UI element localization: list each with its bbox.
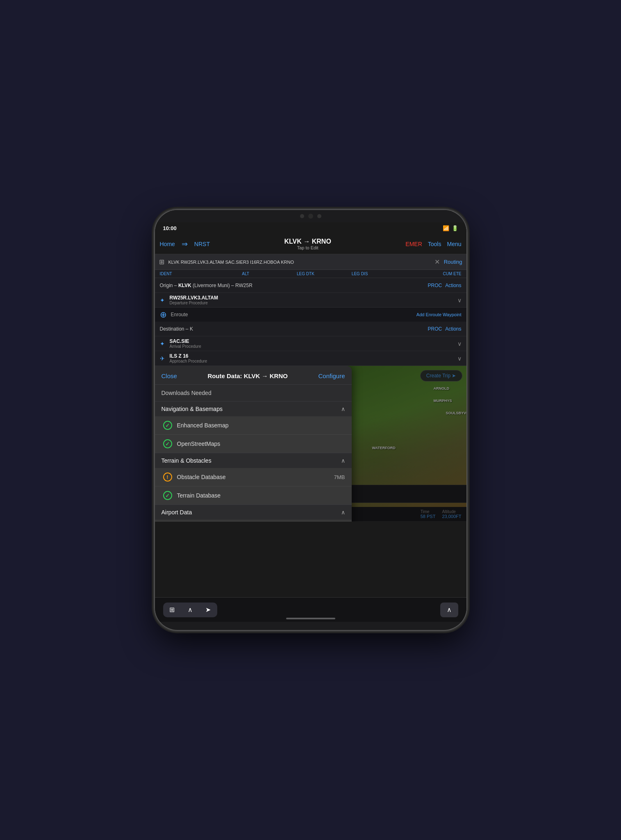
flight-path-icon: ∧ [188, 606, 193, 614]
openstreetmaps-label: OpenStreetMaps [177, 441, 345, 447]
col-cum-ete: CUM ETE [407, 272, 462, 276]
wp3-chevron-icon: ∨ [457, 355, 462, 362]
wp2-sub: Arrival Procedure [170, 344, 201, 349]
map-controls-group: ⊞ ∧ ➤ [163, 603, 217, 617]
section-terrain-obstacles: Terrain & Obstacles ∧ ! Obstacle Databas… [155, 453, 352, 505]
home-button[interactable]: Home [160, 241, 175, 247]
wp2-chevron-icon: ∨ [457, 340, 462, 347]
scroll-up-button[interactable]: ∧ [440, 603, 458, 617]
tools-button[interactable]: Tools [428, 241, 441, 247]
section-terrain-header[interactable]: Terrain & Obstacles ∧ [155, 453, 352, 468]
route-bar: ⊞ KLVK RW25R.LVK3.ALTAM SAC.SIER3 I16RZ.… [155, 254, 466, 270]
wp-row-3: ✈ ILS Z 16 Approach Procedure ∨ [155, 351, 466, 366]
section-nav-basemaps-items: ✓ Enhanced Basemap ✓ OpenStreetMaps [155, 416, 352, 453]
section-nav-basemaps-title: Navigation & Basemaps [162, 406, 223, 412]
wp3-name: ILS Z 16 [170, 353, 207, 359]
list-item: ✓ Airport Information [155, 520, 352, 522]
wp2-icon: ✦ [160, 340, 166, 347]
wp3-icon: ✈ [160, 355, 166, 362]
modal-configure-button[interactable]: Configure [318, 372, 345, 379]
layers-button[interactable]: ⊞ [163, 603, 181, 617]
modal-header: Close Route Data: KLVK → KRNO Configure [155, 366, 352, 385]
modal-close-button[interactable]: Close [162, 372, 177, 379]
check-icon: ✓ [163, 491, 172, 500]
section-airport-chevron-icon: ∧ [341, 509, 345, 516]
camera-dot-left [300, 214, 304, 218]
fp-table-header: IDENT ALT LEG DTK LEG DIS CUM ETE [155, 270, 466, 278]
location-icon: ➤ [205, 606, 211, 614]
status-time: 10:00 [163, 225, 177, 231]
enroute-section: ⊕ Enroute Add Enroute Waypoint [155, 308, 466, 322]
section-terrain-chevron-icon: ∧ [341, 457, 345, 464]
wifi-icon: 📶 [443, 225, 449, 231]
col-leg-dis: LEG DIS [352, 272, 407, 276]
dest-proc-button[interactable]: PROC [428, 326, 442, 332]
route-string: KLVK RW25R.LVK3.ALTAM SAC.SIER3 I16RZ.HO… [168, 260, 430, 265]
device-top-bar [155, 210, 466, 222]
modal-panel: Close Route Data: KLVK → KRNO Configure … [155, 366, 352, 522]
dest-actions-button[interactable]: Actions [445, 326, 461, 332]
home-indicator [286, 618, 335, 619]
clear-route-icon[interactable]: ✕ [434, 258, 440, 266]
check-icon: ✓ [163, 421, 172, 430]
layers-icon: ⊞ [169, 606, 175, 614]
section-nav-basemaps-header[interactable]: Navigation & Basemaps ∧ [155, 402, 352, 416]
dest-text: Destination – K [160, 326, 428, 332]
route-icon: ⇒ [182, 240, 188, 249]
wp-row-2: ✦ SAC.SIE Arrival Procedure ∨ [155, 336, 466, 351]
origin-text: Origin – KLVK (Livermore Muni) – RW25R [160, 283, 428, 288]
add-enroute-label[interactable]: Add Enroute Waypoint [416, 312, 462, 317]
proc-button[interactable]: PROC [428, 283, 442, 288]
dest-row: Destination – K PROC Actions [155, 322, 466, 336]
emer-button[interactable]: EMER [405, 241, 422, 247]
list-item: ! Obstacle Database 7MB [155, 468, 352, 486]
warning-icon: ! [163, 472, 172, 482]
col-ident: IDENT [160, 272, 242, 276]
wp2-name: SAC.SIE [170, 338, 201, 344]
battery-icon: 🔋 [452, 225, 458, 231]
map-area: KSUU ARNOLD MURPHYS SOULSBYVILLE KTCY KM… [155, 366, 466, 522]
wp1-name: RW25R.LVK3.ALTAM [170, 295, 218, 301]
flight-path-button[interactable]: ∧ [181, 603, 199, 617]
modal-overlay: Close Route Data: KLVK → KRNO Configure … [155, 366, 466, 522]
section-terrain-items: ! Obstacle Database 7MB ✓ Terrain Databa… [155, 468, 352, 504]
screen: 10:00 📶 🔋 Home ⇒ NRST KLVK → KRNO Tap to… [155, 222, 466, 622]
section-airport-title: Airport Data [162, 509, 192, 516]
enhanced-basemap-label: Enhanced Basemap [177, 422, 345, 429]
status-bar: 10:00 📶 🔋 [155, 222, 466, 234]
wp1-sub: Departure Procedure [170, 301, 218, 305]
section-nav-basemaps-chevron-icon: ∧ [341, 406, 345, 412]
obstacle-database-label: Obstacle Database [177, 474, 334, 480]
wp-row-1: ✦ RW25R.LVK3.ALTAM Departure Procedure ∨ [155, 293, 466, 308]
camera-dot-center [308, 214, 313, 219]
check-icon: ✓ [163, 439, 172, 448]
section-airport-items: ✓ Airport Information ! Runway Diagrams … [155, 520, 352, 522]
origin-row: Origin – KLVK (Livermore Muni) – RW25R P… [155, 278, 466, 293]
modal-title: Route Data: KLVK → KRNO [207, 372, 288, 379]
col-leg-dtk: LEG DTK [297, 272, 352, 276]
col-alt: ALT [242, 272, 297, 276]
location-button[interactable]: ➤ [199, 603, 217, 617]
nrst-button[interactable]: NRST [194, 241, 210, 247]
scroll-up-icon: ∧ [447, 606, 452, 614]
top-nav: Home ⇒ NRST KLVK → KRNO Tap to Edit EMER… [155, 234, 466, 254]
section-nav-basemaps: Navigation & Basemaps ∧ ✓ Enhanced Basem… [155, 402, 352, 453]
wp3-sub: Approach Procedure [170, 359, 207, 363]
section-terrain-title: Terrain & Obstacles [162, 457, 212, 464]
menu-button[interactable]: Menu [447, 241, 461, 247]
route-subtitle: Tap to Edit [284, 245, 331, 250]
device-frame: 10:00 📶 🔋 Home ⇒ NRST KLVK → KRNO Tap to… [155, 210, 466, 630]
downloads-needed-label: Downloads Needed [155, 385, 352, 402]
list-item: ✓ OpenStreetMaps [155, 435, 352, 453]
obstacle-database-size: 7MB [334, 474, 345, 480]
wp1-icon: ✦ [160, 297, 166, 304]
routing-button[interactable]: Routing [444, 259, 462, 265]
route-title[interactable]: KLVK → KRNO [284, 238, 331, 245]
add-enroute-icon[interactable]: ⊕ [160, 310, 167, 320]
actions-button[interactable]: Actions [445, 283, 461, 288]
section-airport-header[interactable]: Airport Data ∧ [155, 505, 352, 520]
enroute-label: Enroute [171, 312, 188, 317]
list-item: ✓ Enhanced Basemap [155, 416, 352, 435]
camera-dot-right [317, 214, 321, 218]
terrain-database-label: Terrain Database [177, 492, 345, 499]
